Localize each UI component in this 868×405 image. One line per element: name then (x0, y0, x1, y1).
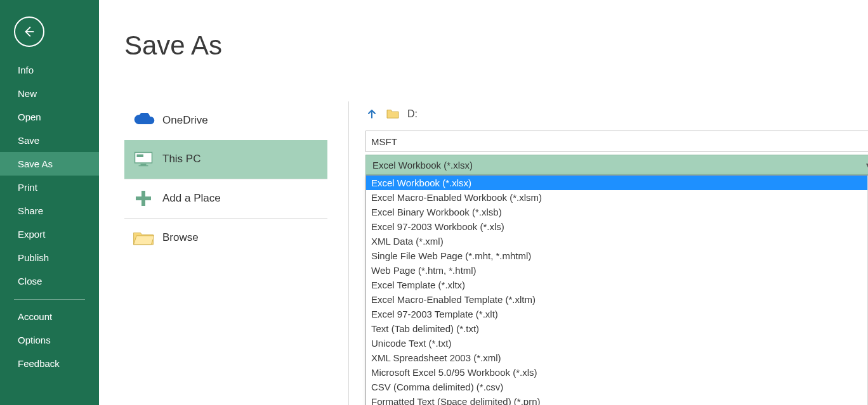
format-option[interactable]: Excel Macro-Enabled Workbook (*.xlsm) (366, 190, 867, 205)
format-option[interactable]: Single File Web Page (*.mht, *.mhtml) (366, 248, 867, 263)
backstage-sidebar: InfoNewOpenSaveSave AsPrintShareExportPu… (0, 0, 99, 405)
file-format-select[interactable]: Excel Workbook (*.xlsx) ▼ (365, 155, 868, 175)
format-option[interactable]: Unicode Text (*.txt) (366, 336, 867, 350)
up-folder-icon[interactable] (365, 107, 378, 122)
location-label: Add a Place (162, 192, 221, 205)
file-format-dropdown: Excel Workbook (*.xlsx)Excel Macro-Enabl… (365, 175, 868, 405)
location-label: This PC (162, 153, 201, 165)
format-option[interactable]: Excel 97-2003 Template (*.xlt) (366, 307, 867, 321)
nav-open[interactable]: Open (0, 105, 99, 129)
nav-feedback[interactable]: Feedback (0, 352, 99, 375)
format-option[interactable]: Formatted Text (Space delimited) (*.prn) (366, 394, 867, 405)
format-option[interactable]: Excel 97-2003 Workbook (*.xls) (366, 219, 867, 234)
filename-input[interactable] (365, 131, 868, 152)
addplace-icon (124, 189, 162, 208)
current-path[interactable]: D: (407, 108, 418, 120)
folder-icon[interactable] (386, 108, 400, 121)
back-button[interactable] (14, 16, 44, 47)
location-browse[interactable]: Browse (124, 219, 327, 257)
thispc-icon (124, 150, 162, 168)
location-label: Browse (162, 231, 199, 244)
format-option[interactable]: CSV (Comma delimited) (*.csv) (366, 380, 867, 394)
nav-info[interactable]: Info (0, 58, 99, 82)
location-add-a-place[interactable]: Add a Place (124, 179, 327, 218)
svg-rect-0 (135, 153, 152, 164)
format-option[interactable]: Excel Macro-Enabled Template (*.xltm) (366, 292, 867, 307)
svg-rect-2 (141, 164, 147, 165)
nav-save-as[interactable]: Save As (0, 152, 99, 176)
nav-close[interactable]: Close (0, 269, 99, 293)
nav-new[interactable]: New (0, 82, 99, 105)
chevron-down-icon: ▼ (865, 162, 868, 169)
format-option[interactable]: Web Page (*.htm, *.html) (366, 263, 867, 278)
nav-account[interactable]: Account (0, 305, 99, 328)
location-label: OneDrive (162, 114, 208, 127)
nav-options[interactable]: Options (0, 328, 99, 352)
content-area: Save As ied 21:10 17:39 20:47 17:39 17:3… (99, 0, 868, 405)
format-option[interactable]: Text (Tab delimited) (*.txt) (366, 321, 867, 336)
format-option[interactable]: Microsoft Excel 5.0/95 Workbook (*.xls) (366, 365, 867, 380)
svg-rect-5 (136, 196, 151, 200)
format-option[interactable]: Excel Template (*.xltx) (366, 278, 867, 292)
page-title: Save As (124, 30, 868, 61)
format-option[interactable]: Excel Workbook (*.xlsx) (366, 176, 867, 190)
svg-rect-3 (139, 165, 148, 167)
format-option[interactable]: XML Data (*.xml) (366, 234, 867, 248)
file-format-selected-label: Excel Workbook (*.xlsx) (372, 160, 473, 170)
svg-rect-1 (137, 155, 144, 158)
nav-save[interactable]: Save (0, 129, 99, 152)
location-onedrive[interactable]: OneDrive (124, 101, 327, 140)
format-option[interactable]: Excel Binary Workbook (*.xlsb) (366, 205, 867, 219)
nav-print[interactable]: Print (0, 176, 99, 199)
nav-share[interactable]: Share (0, 199, 99, 222)
location-this-pc[interactable]: This PC (124, 140, 327, 179)
browse-icon (124, 229, 162, 246)
nav-publish[interactable]: Publish (0, 246, 99, 269)
format-option[interactable]: XML Spreadsheet 2003 (*.xml) (366, 350, 867, 365)
nav-export[interactable]: Export (0, 222, 99, 246)
onedrive-icon (124, 113, 162, 128)
arrow-left-icon (22, 25, 36, 39)
